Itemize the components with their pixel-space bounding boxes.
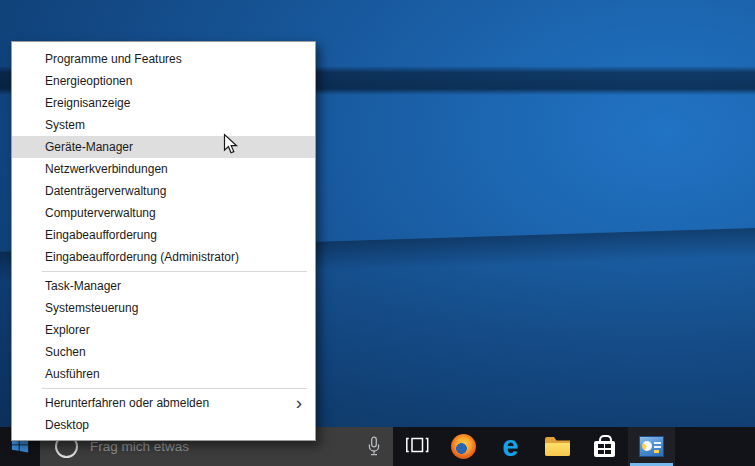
menu-item-geraete-manager[interactable]: Geräte-Manager <box>12 136 315 158</box>
menu-item-system[interactable]: System <box>12 114 315 136</box>
menu-item-explorer[interactable]: Explorer <box>12 319 315 341</box>
winx-menu: Programme und Features Energieoptionen E… <box>11 41 316 441</box>
microphone-icon[interactable] <box>367 436 381 457</box>
menu-separator <box>42 388 307 389</box>
search-placeholder: Frag mich etwas <box>90 439 367 454</box>
system-tool-button[interactable] <box>628 427 675 466</box>
menu-item-datentraegerverwaltung[interactable]: Datenträgerverwaltung <box>12 180 315 202</box>
menu-separator <box>42 271 307 272</box>
menu-item-suchen[interactable]: Suchen <box>12 341 315 363</box>
edge-icon: e <box>502 434 518 459</box>
menu-item-energieoptionen[interactable]: Energieoptionen <box>12 70 315 92</box>
menu-item-ereignisanzeige[interactable]: Ereignisanzeige <box>12 92 315 114</box>
menu-item-programme-und-features[interactable]: Programme und Features <box>12 48 315 70</box>
system-tool-icon <box>639 436 664 457</box>
menu-item-eingabeaufforderung[interactable]: Eingabeaufforderung <box>12 224 315 246</box>
menu-item-eingabeaufforderung-administrator[interactable]: Eingabeaufforderung (Administrator) <box>12 246 315 268</box>
file-explorer-button[interactable] <box>534 427 581 466</box>
firefox-icon <box>451 434 476 459</box>
task-view-button[interactable] <box>393 427 440 466</box>
store-button[interactable] <box>581 427 628 466</box>
edge-button[interactable]: e <box>487 427 534 466</box>
menu-item-label: Herunterfahren oder abmelden <box>45 396 209 410</box>
file-explorer-icon <box>545 437 570 456</box>
menu-item-herunterfahren-oder-abmelden[interactable]: Herunterfahren oder abmelden › <box>12 392 315 414</box>
store-icon <box>594 441 615 457</box>
menu-item-systemsteuerung[interactable]: Systemsteuerung <box>12 297 315 319</box>
menu-item-task-manager[interactable]: Task-Manager <box>12 275 315 297</box>
taskbar-app-buttons: e <box>393 427 675 466</box>
menu-item-netzwerkverbindungen[interactable]: Netzwerkverbindungen <box>12 158 315 180</box>
menu-item-ausfuehren[interactable]: Ausführen <box>12 363 315 385</box>
task-view-icon <box>405 436 429 458</box>
menu-item-computerverwaltung[interactable]: Computerverwaltung <box>12 202 315 224</box>
firefox-button[interactable] <box>440 427 487 466</box>
menu-item-desktop[interactable]: Desktop <box>12 414 315 436</box>
chevron-right-icon: › <box>296 392 302 413</box>
